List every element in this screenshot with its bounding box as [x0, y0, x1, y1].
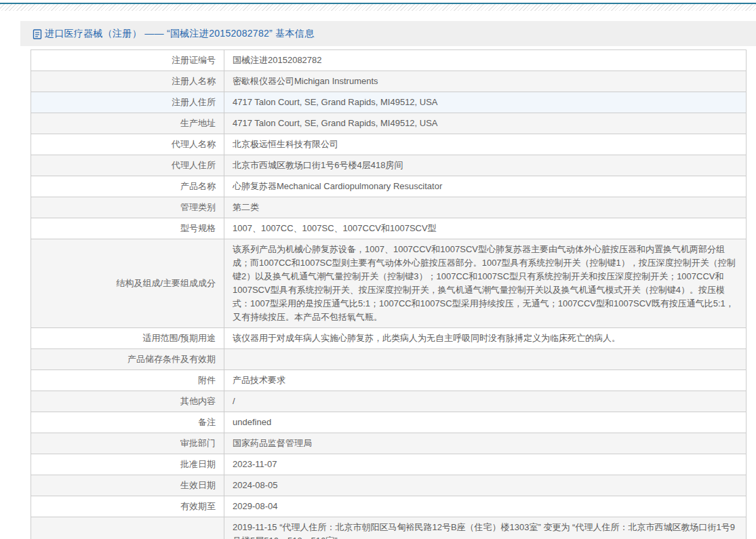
table-row: 有效期至 2029-08-04	[31, 496, 747, 517]
field-value: 该仪器用于对成年病人实施心肺复苏，此类病人为无自主呼吸同时没有脉搏定义为临床死亡…	[224, 328, 747, 349]
field-label: 有效期至	[31, 496, 224, 517]
page-title-bar: 进口医疗器械（注册） —— “国械注进20152082782” 基本信息	[20, 21, 756, 46]
field-label: 代理人名称	[31, 134, 224, 155]
field-label: 适用范围/预期用途	[31, 328, 224, 349]
table-row: 生效日期 2024-08-05	[31, 475, 747, 496]
field-label: 产品名称	[31, 176, 224, 197]
field-value	[224, 349, 747, 370]
field-label: 其他内容	[31, 391, 224, 412]
field-value: 4717 Talon Court, SE, Grand Rapids, MI49…	[224, 113, 747, 134]
field-label: 型号规格	[31, 218, 224, 239]
field-label: 生产地址	[31, 113, 224, 134]
field-label: 代理人住所	[31, 155, 224, 176]
table-row: 管理类别 第二类	[31, 197, 747, 218]
table-row: 生产地址 4717 Talon Court, SE, Grand Rapids,…	[31, 113, 747, 134]
field-value: 4717 Talon Court, SE, Grand Rapids, MI49…	[224, 92, 747, 113]
field-label: 备注	[31, 412, 224, 433]
table-row: 型号规格 1007、1007CC、1007SC、1007CCV和1007SCV型	[31, 218, 747, 239]
field-value: 2029-08-04	[224, 496, 747, 517]
field-label: 批准日期	[31, 454, 224, 475]
field-value: 国家药品监督管理局	[224, 433, 747, 454]
field-value: 北京极远恒生科技有限公司	[224, 134, 747, 155]
document-icon	[33, 29, 42, 39]
field-label: 附件	[31, 370, 224, 391]
registration-info-table: 注册证编号 国械注进20152082782 注册人名称 密歇根仪器公司Michi…	[31, 49, 747, 539]
table-row: 产品名称 心肺复苏器Mechanical Cardiopulmonary Res…	[31, 176, 747, 197]
table-row: 2019-11-15 “代理人住所：北京市朝阳区马甸裕民路12号B座（住宅）楼1…	[31, 517, 747, 539]
table-row: 附件 产品技术要求	[31, 370, 747, 391]
table-row: 其他内容 /	[31, 391, 747, 412]
field-label: 结构及组成/主要组成成分	[31, 239, 224, 328]
diagonal-stripe-band	[0, 4, 756, 11]
field-value: 密歇根仪器公司Michigan Instruments	[224, 71, 747, 92]
field-value: 该系列产品为机械心肺复苏设备，1007、1007CCV和1007SCV型心肺复苏…	[224, 239, 747, 328]
field-value: 产品技术要求	[224, 370, 747, 391]
field-label: 注册人名称	[31, 71, 224, 92]
field-value: 心肺复苏器Mechanical Cardiopulmonary Resuscit…	[224, 176, 747, 197]
field-value: /	[224, 391, 747, 412]
field-label: 注册证编号	[31, 50, 224, 71]
table-row: 代理人住所 北京市西城区教场口街1号6号楼4层418房间	[31, 155, 747, 176]
field-value: 北京市西城区教场口街1号6号楼4层418房间	[224, 155, 747, 176]
table-row: 代理人名称 北京极远恒生科技有限公司	[31, 134, 747, 155]
table-row: 审批部门 国家药品监督管理局	[31, 433, 747, 454]
field-label: 管理类别	[31, 197, 224, 218]
table-row: 结构及组成/主要组成成分 该系列产品为机械心肺复苏设备，1007、1007CCV…	[31, 239, 747, 328]
table-row: 批准日期 2023-11-07	[31, 454, 747, 475]
table-row: 注册证编号 国械注进20152082782	[31, 50, 747, 71]
field-value: 国械注进20152082782	[224, 50, 747, 71]
page-title: 进口医疗器械（注册） —— “国械注进20152082782” 基本信息	[45, 28, 314, 40]
table-row: 注册人名称 密歇根仪器公司Michigan Instruments	[31, 71, 747, 92]
field-label: 产品储存条件及有效期	[31, 349, 224, 370]
panel-body: 注册证编号 国械注进20152082782 注册人名称 密歇根仪器公司Michi…	[20, 46, 756, 539]
field-value: undefined	[224, 412, 747, 433]
table-row: 注册人住所 4717 Talon Court, SE, Grand Rapids…	[31, 92, 747, 113]
field-label	[31, 517, 224, 539]
field-value: 2024-08-05	[224, 475, 747, 496]
field-value: 1007、1007CC、1007SC、1007CCV和1007SCV型	[224, 218, 747, 239]
field-label: 生效日期	[31, 475, 224, 496]
field-label: 审批部门	[31, 433, 224, 454]
table-row: 产品储存条件及有效期	[31, 349, 747, 370]
table-row: 适用范围/预期用途 该仪器用于对成年病人实施心肺复苏，此类病人为无自主呼吸同时没…	[31, 328, 747, 349]
field-value: 2019-11-15 “代理人住所：北京市朝阳区马甸裕民路12号B座（住宅）楼1…	[224, 517, 747, 539]
field-value: 2023-11-07	[224, 454, 747, 475]
field-value: 第二类	[224, 197, 747, 218]
table-row: 备注 undefined	[31, 412, 747, 433]
content-panel: 进口医疗器械（注册） —— “国械注进20152082782” 基本信息 注册证…	[20, 21, 756, 539]
field-label: 注册人住所	[31, 92, 224, 113]
